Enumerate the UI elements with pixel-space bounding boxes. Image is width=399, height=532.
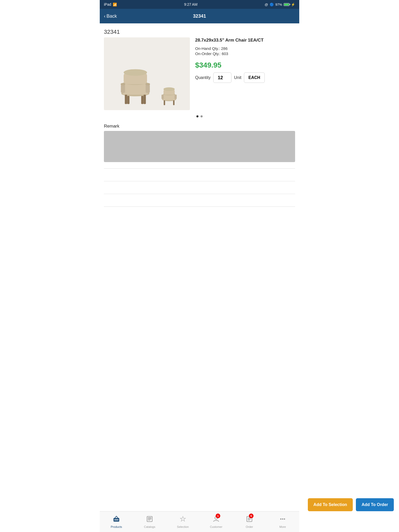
bluetooth-icon: 🔵: [270, 3, 274, 6]
svg-rect-1: [122, 84, 148, 95]
svg-rect-5: [121, 84, 125, 93]
tab-more[interactable]: More: [266, 511, 299, 532]
svg-rect-18: [161, 95, 163, 99]
basket-icon: [113, 515, 120, 524]
tab-products-label: Products: [111, 525, 122, 528]
svg-point-37: [280, 518, 282, 520]
customer-badge: 1: [216, 514, 220, 518]
charging-icon: ⚡: [291, 3, 295, 6]
unit-label: Unit: [234, 75, 241, 80]
svg-rect-11: [127, 96, 129, 104]
status-left: iPad 📶: [104, 2, 117, 6]
chair-small-image: [159, 82, 179, 108]
status-time: 9:27 AM: [184, 2, 197, 6]
product-info: 28.7x29x33.5" Arm Chair 1EA/CT On-Hand Q…: [195, 37, 295, 110]
svg-marker-31: [180, 516, 185, 521]
tab-order-label: Order: [246, 525, 253, 528]
on-hand-value: 286: [221, 46, 228, 51]
at-icon: @: [265, 3, 268, 6]
svg-point-8: [145, 83, 150, 85]
svg-point-4: [124, 69, 147, 76]
svg-point-17: [163, 87, 175, 91]
product-section: 28.7x29x33.5" Arm Chair 1EA/CT On-Hand Q…: [104, 37, 295, 110]
svg-point-39: [284, 518, 285, 520]
divider-3: [104, 194, 295, 194]
on-hand-qty: On-Hand Qty.: 286: [195, 46, 295, 51]
device-label: iPad: [104, 2, 111, 6]
product-image: [104, 37, 190, 110]
on-order-qty: On-Order Qty.: 603: [195, 51, 295, 56]
back-button[interactable]: ‹ Back: [104, 14, 125, 19]
svg-point-38: [282, 518, 283, 520]
tab-selection-label: Selection: [177, 525, 189, 528]
svg-rect-10: [143, 95, 146, 104]
main-content: 32341: [100, 23, 299, 266]
back-label: Back: [107, 14, 117, 19]
tab-products[interactable]: Products: [100, 511, 133, 532]
chair-main-image: [115, 61, 156, 108]
svg-rect-28: [148, 517, 151, 518]
svg-rect-29: [148, 519, 151, 519]
svg-rect-22: [114, 518, 119, 522]
on-order-label: On-Order Qty.:: [195, 51, 221, 56]
quantity-label: Quantity: [195, 75, 211, 80]
quantity-input[interactable]: [213, 72, 231, 83]
remark-label: Remark: [104, 124, 295, 129]
svg-rect-30: [148, 520, 150, 520]
tab-catalogs[interactable]: Catalogs: [133, 511, 166, 532]
nav-title: 32341: [125, 14, 274, 19]
tab-catalogs-label: Catalogs: [144, 525, 155, 528]
status-right: @ 🔵 97% ⚡: [265, 3, 295, 6]
unit-badge: EACH: [244, 72, 264, 83]
status-bar: iPad 📶 9:27 AM @ 🔵 97% ⚡: [100, 0, 299, 9]
svg-rect-12: [141, 96, 143, 104]
tab-bar: Products Catalogs Selection 1: [100, 511, 299, 532]
chevron-left-icon: ‹: [104, 14, 105, 19]
svg-rect-9: [125, 95, 127, 104]
svg-rect-19: [174, 95, 176, 99]
product-id: 32341: [104, 29, 295, 35]
star-icon: [179, 515, 187, 524]
svg-rect-14: [163, 95, 175, 100]
svg-rect-20: [164, 100, 165, 105]
product-image-container: [104, 37, 190, 110]
divider-1: [104, 168, 295, 169]
more-icon: [279, 515, 286, 524]
dot-1[interactable]: [196, 115, 198, 117]
tab-selection[interactable]: Selection: [166, 511, 200, 532]
tab-customer-label: Customer: [210, 525, 222, 528]
quantity-row: Quantity Unit EACH: [195, 72, 295, 83]
dot-2[interactable]: [201, 115, 203, 117]
product-name: 28.7x29x33.5" Arm Chair 1EA/CT: [195, 37, 295, 43]
svg-rect-21: [173, 100, 174, 105]
catalogs-icon: [146, 515, 153, 524]
image-dots: [104, 115, 295, 117]
order-badge: 6: [249, 514, 254, 518]
battery-percent: 97%: [275, 3, 282, 6]
divider-lines: [104, 168, 295, 207]
tab-more-label: More: [279, 525, 286, 528]
svg-point-6: [121, 83, 125, 85]
on-hand-label: On-Hand Qty.:: [195, 46, 220, 51]
svg-rect-7: [145, 84, 150, 93]
divider-4: [104, 207, 295, 207]
chair-images: [104, 37, 190, 110]
tab-order[interactable]: 6 Order: [233, 511, 266, 532]
product-price: $349.95: [195, 61, 295, 69]
nav-bar: ‹ Back 32341: [100, 9, 299, 23]
on-order-value: 603: [222, 51, 228, 56]
wifi-icon: 📶: [113, 3, 117, 6]
divider-2: [104, 181, 295, 181]
battery-icon: [284, 3, 289, 6]
remark-input[interactable]: [104, 131, 295, 162]
tab-customer[interactable]: 1 Customer: [200, 511, 233, 532]
